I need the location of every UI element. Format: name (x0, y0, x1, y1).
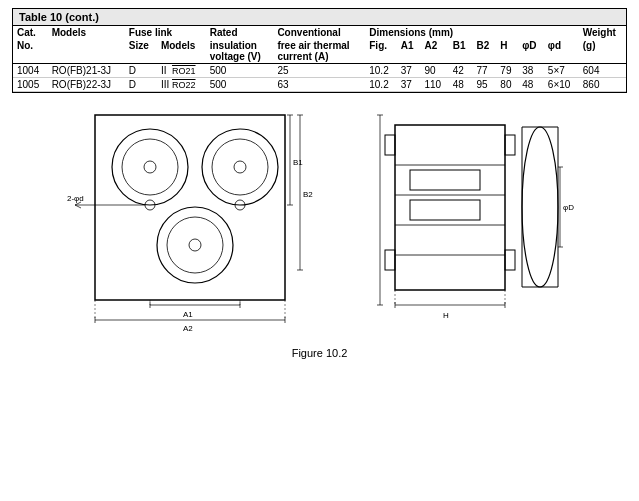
col-dimensions-h1: Dimensions (mm) (365, 26, 579, 39)
cell-weight: 604 (579, 64, 626, 78)
cell-current: 25 (273, 64, 365, 78)
col-conv-h2: free air thermalcurrent (A) (273, 39, 365, 64)
col-b2-h2: B2 (473, 39, 497, 64)
table-row: 1004 RO(FB)21-3J D II RO21 500 25 10.2 3… (13, 64, 626, 78)
col-phid-h2: φD (518, 39, 544, 64)
cell-fuse-models: III RO22 (157, 78, 206, 92)
cell-phid-small: 6×10 (544, 78, 579, 92)
svg-text:2-φd: 2-φd (67, 194, 84, 203)
col-cat-no-h1: Cat. (13, 26, 48, 39)
cell-a1: 37 (397, 78, 421, 92)
col-fig-h2: Fig. (365, 39, 396, 64)
svg-rect-45 (410, 170, 480, 190)
cell-weight: 860 (579, 78, 626, 92)
main-table-container: Table 10 (cont.) Cat. Models Fuse link R… (12, 8, 627, 93)
cell-b1: 42 (449, 64, 473, 78)
svg-rect-39 (505, 135, 515, 155)
cell-voltage: 500 (206, 78, 274, 92)
svg-rect-36 (395, 125, 505, 290)
svg-text:B1: B1 (293, 158, 303, 167)
svg-point-7 (157, 207, 233, 283)
cell-b1: 48 (449, 78, 473, 92)
cell-models: RO(FB)21-3J (48, 64, 125, 78)
svg-text:B2: B2 (303, 190, 313, 199)
col-fuse-size-h1: Fuse link (125, 26, 206, 39)
svg-text:φD: φD (563, 203, 574, 212)
svg-line-14 (75, 205, 81, 208)
table-row: 1005 RO(FB)22-3J D III RO22 500 63 10.2 … (13, 78, 626, 92)
cell-fuse-size: D (125, 78, 157, 92)
cell-models: RO(FB)22-3J (48, 78, 125, 92)
svg-text:A1: A1 (183, 310, 193, 319)
col-a2-h2: A2 (420, 39, 448, 64)
cell-fuse-size: D (125, 64, 157, 78)
cell-fig: 10.2 (365, 78, 396, 92)
col-h-h2: H (496, 39, 518, 64)
cell-fuse-models: II RO21 (157, 64, 206, 78)
cell-a1: 37 (397, 64, 421, 78)
svg-rect-37 (385, 135, 395, 155)
col-fuse-size-h2: Size (125, 39, 157, 64)
cell-cat-no: 1004 (13, 64, 48, 78)
table-title: Table 10 (cont.) (13, 9, 626, 26)
cell-phid: 38 (518, 64, 544, 78)
figure-area: 2-φd B1 B2 A1 A2 (12, 105, 627, 359)
col-models-h2 (48, 39, 125, 64)
svg-point-4 (202, 129, 278, 205)
svg-point-3 (144, 161, 156, 173)
svg-rect-40 (505, 250, 515, 270)
cell-phid-small: 5×7 (544, 64, 579, 78)
svg-point-6 (234, 161, 246, 173)
svg-point-9 (189, 239, 201, 251)
col-a1-h2: A1 (397, 39, 421, 64)
cell-cat-no: 1005 (13, 78, 48, 92)
svg-rect-38 (385, 250, 395, 270)
col-models-h1: Models (48, 26, 125, 39)
col-conv-h1: Conventional (273, 26, 365, 39)
col-phid-small-h2: φd (544, 39, 579, 64)
col-b1-h2: B1 (449, 39, 473, 64)
col-rated-h2: insulationvoltage (V) (206, 39, 274, 64)
side-view-diagram: φD H (375, 105, 575, 335)
cell-current: 63 (273, 78, 365, 92)
cell-a2: 90 (420, 64, 448, 78)
svg-point-8 (167, 217, 223, 273)
header-row-1: Cat. Models Fuse link Rated Conventional… (13, 26, 626, 39)
cell-b2: 77 (473, 64, 497, 78)
cell-h: 80 (496, 78, 518, 92)
col-rated-h1: Rated (206, 26, 274, 39)
svg-point-2 (122, 139, 178, 195)
header-row-2: No. Size Models insulationvoltage (V) fr… (13, 39, 626, 64)
col-weight-h1: Weight (579, 26, 626, 39)
col-weight-h2: (g) (579, 39, 626, 64)
cell-b2: 95 (473, 78, 497, 92)
cell-voltage: 500 (206, 64, 274, 78)
front-view-diagram: 2-φd B1 B2 A1 A2 (65, 105, 345, 335)
col-fuse-models-h2: Models (157, 39, 206, 64)
cell-h: 79 (496, 64, 518, 78)
cell-phid: 48 (518, 78, 544, 92)
cell-fig: 10.2 (365, 64, 396, 78)
data-table: Cat. Models Fuse link Rated Conventional… (13, 26, 626, 92)
svg-point-47 (522, 127, 558, 287)
svg-point-1 (112, 129, 188, 205)
svg-rect-46 (410, 200, 480, 220)
diagrams-row: 2-φd B1 B2 A1 A2 (65, 105, 575, 335)
svg-point-5 (212, 139, 268, 195)
cell-a2: 110 (420, 78, 448, 92)
col-cat-no-h2: No. (13, 39, 48, 64)
svg-text:A2: A2 (183, 324, 193, 333)
svg-text:H: H (443, 311, 449, 320)
figure-caption: Figure 10.2 (292, 347, 348, 359)
